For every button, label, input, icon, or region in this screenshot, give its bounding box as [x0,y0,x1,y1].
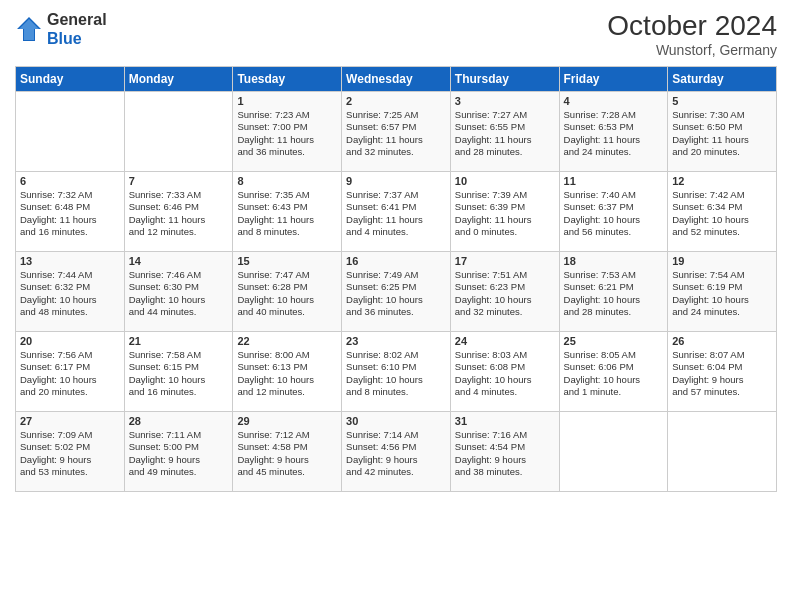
day-number: 4 [564,95,664,107]
header-row: Sunday Monday Tuesday Wednesday Thursday… [16,67,777,92]
day-number: 9 [346,175,446,187]
day-info: Daylight: 9 hours [129,454,229,466]
day-info: Sunrise: 7:35 AM [237,189,337,201]
day-info: Sunset: 6:21 PM [564,281,664,293]
day-info: and 24 minutes. [564,146,664,158]
day-info: Sunset: 6:04 PM [672,361,772,373]
day-info: Sunset: 6:06 PM [564,361,664,373]
day-info: Sunrise: 7:40 AM [564,189,664,201]
day-info: and 12 minutes. [129,226,229,238]
day-info: Sunrise: 7:53 AM [564,269,664,281]
table-row: 27Sunrise: 7:09 AMSunset: 5:02 PMDayligh… [16,412,125,492]
header: General Blue October 2024 Wunstorf, Germ… [15,10,777,58]
day-info: Sunrise: 7:27 AM [455,109,555,121]
table-row: 7Sunrise: 7:33 AMSunset: 6:46 PMDaylight… [124,172,233,252]
day-info: and 4 minutes. [455,386,555,398]
day-number: 24 [455,335,555,347]
day-info: Sunrise: 7:39 AM [455,189,555,201]
day-info: Sunset: 5:00 PM [129,441,229,453]
calendar-week-4: 20Sunrise: 7:56 AMSunset: 6:17 PMDayligh… [16,332,777,412]
col-friday: Friday [559,67,668,92]
day-info: and 57 minutes. [672,386,772,398]
day-info: Sunrise: 7:37 AM [346,189,446,201]
day-info: Daylight: 9 hours [237,454,337,466]
day-info: Daylight: 9 hours [346,454,446,466]
month-title: October 2024 [607,10,777,42]
day-number: 1 [237,95,337,107]
day-info: Sunset: 6:53 PM [564,121,664,133]
table-row: 14Sunrise: 7:46 AMSunset: 6:30 PMDayligh… [124,252,233,332]
calendar-page: General Blue October 2024 Wunstorf, Germ… [0,0,792,612]
day-info: Sunset: 6:39 PM [455,201,555,213]
table-row: 24Sunrise: 8:03 AMSunset: 6:08 PMDayligh… [450,332,559,412]
day-number: 14 [129,255,229,267]
day-info: Sunset: 6:48 PM [20,201,120,213]
day-info: Daylight: 11 hours [672,134,772,146]
table-row: 13Sunrise: 7:44 AMSunset: 6:32 PMDayligh… [16,252,125,332]
day-info: Sunrise: 8:03 AM [455,349,555,361]
day-info: Sunset: 7:00 PM [237,121,337,133]
day-info: and 16 minutes. [129,386,229,398]
day-number: 2 [346,95,446,107]
col-monday: Monday [124,67,233,92]
table-row: 16Sunrise: 7:49 AMSunset: 6:25 PMDayligh… [342,252,451,332]
day-info: Daylight: 11 hours [455,214,555,226]
day-number: 12 [672,175,772,187]
day-info: Sunset: 6:34 PM [672,201,772,213]
day-info: and 0 minutes. [455,226,555,238]
day-number: 10 [455,175,555,187]
day-number: 30 [346,415,446,427]
day-info: and 28 minutes. [455,146,555,158]
day-info: Sunrise: 7:54 AM [672,269,772,281]
day-info: Sunrise: 7:16 AM [455,429,555,441]
day-number: 23 [346,335,446,347]
table-row: 22Sunrise: 8:00 AMSunset: 6:13 PMDayligh… [233,332,342,412]
table-row: 25Sunrise: 8:05 AMSunset: 6:06 PMDayligh… [559,332,668,412]
day-info: Sunrise: 7:46 AM [129,269,229,281]
day-info: Daylight: 10 hours [564,214,664,226]
day-info: and 56 minutes. [564,226,664,238]
day-info: and 52 minutes. [672,226,772,238]
day-number: 21 [129,335,229,347]
day-info: Daylight: 10 hours [455,374,555,386]
day-info: Daylight: 10 hours [20,294,120,306]
day-info: Sunset: 6:55 PM [455,121,555,133]
calendar-week-1: 1Sunrise: 7:23 AMSunset: 7:00 PMDaylight… [16,92,777,172]
table-row [124,92,233,172]
day-number: 22 [237,335,337,347]
day-number: 16 [346,255,446,267]
day-info: Sunset: 4:54 PM [455,441,555,453]
day-info: Daylight: 10 hours [564,294,664,306]
table-row: 6Sunrise: 7:32 AMSunset: 6:48 PMDaylight… [16,172,125,252]
table-row [559,412,668,492]
table-row: 20Sunrise: 7:56 AMSunset: 6:17 PMDayligh… [16,332,125,412]
day-number: 19 [672,255,772,267]
day-info: and 53 minutes. [20,466,120,478]
day-info: and 44 minutes. [129,306,229,318]
day-info: Daylight: 10 hours [129,374,229,386]
day-info: Daylight: 11 hours [129,214,229,226]
day-info: and 24 minutes. [672,306,772,318]
calendar-week-2: 6Sunrise: 7:32 AMSunset: 6:48 PMDaylight… [16,172,777,252]
table-row: 8Sunrise: 7:35 AMSunset: 6:43 PMDaylight… [233,172,342,252]
day-info: Sunrise: 7:12 AM [237,429,337,441]
table-row: 5Sunrise: 7:30 AMSunset: 6:50 PMDaylight… [668,92,777,172]
calendar-week-3: 13Sunrise: 7:44 AMSunset: 6:32 PMDayligh… [16,252,777,332]
day-info: Sunrise: 7:47 AM [237,269,337,281]
col-saturday: Saturday [668,67,777,92]
day-info: Sunrise: 7:25 AM [346,109,446,121]
col-thursday: Thursday [450,67,559,92]
day-info: Daylight: 11 hours [237,214,337,226]
day-info: Sunset: 6:10 PM [346,361,446,373]
day-number: 15 [237,255,337,267]
day-info: and 12 minutes. [237,386,337,398]
day-info: and 8 minutes. [237,226,337,238]
day-number: 11 [564,175,664,187]
day-info: Daylight: 10 hours [129,294,229,306]
table-row: 31Sunrise: 7:16 AMSunset: 4:54 PMDayligh… [450,412,559,492]
table-row: 2Sunrise: 7:25 AMSunset: 6:57 PMDaylight… [342,92,451,172]
day-info: Sunrise: 7:30 AM [672,109,772,121]
day-info: Daylight: 11 hours [346,214,446,226]
day-number: 6 [20,175,120,187]
table-row: 28Sunrise: 7:11 AMSunset: 5:00 PMDayligh… [124,412,233,492]
